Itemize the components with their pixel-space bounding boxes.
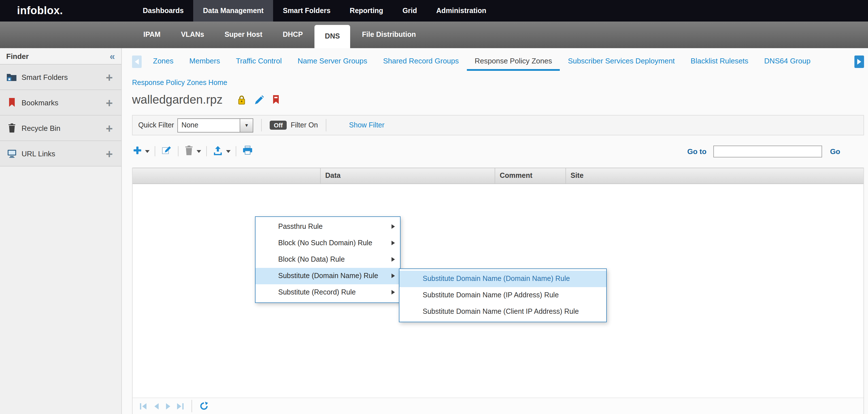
goto-input[interactable] <box>713 145 822 157</box>
separator <box>155 146 155 156</box>
submenu-item-ip-address[interactable]: Substitute Domain Name (IP Address) Rule <box>399 287 606 304</box>
sidebar-item-label: Recycle Bin <box>22 124 99 132</box>
menu-item-label: Block (No Such Domain) Rule <box>278 239 372 247</box>
tab-zones[interactable]: Zones <box>145 53 181 71</box>
triangle-right-icon <box>857 59 861 65</box>
upload-icon <box>213 145 223 157</box>
subnav-super-host[interactable]: Super Host <box>214 22 273 48</box>
print-button[interactable] <box>241 146 254 157</box>
pagination-bar <box>132 397 864 414</box>
app-window: infoblox. Dashboards Data Management Sma… <box>0 0 868 414</box>
column-header-comment[interactable]: Comment <box>495 168 566 184</box>
separator <box>236 146 236 156</box>
tab-members[interactable]: Members <box>181 53 228 71</box>
subnav-vlans[interactable]: VLANs <box>171 22 214 48</box>
collapse-sidebar-icon[interactable]: « <box>110 51 115 61</box>
filter-toggle[interactable]: Off <box>270 121 287 130</box>
tab-response-policy-zones[interactable]: Response Policy Zones <box>467 53 560 71</box>
separator <box>178 146 179 156</box>
infoblox-logo: infoblox. <box>0 0 113 22</box>
quick-filter-bar: Quick Filter None ▼ Off Filter On Show F… <box>132 115 864 135</box>
filter-on-label: Filter On <box>291 121 318 129</box>
url-links-icon <box>7 149 17 158</box>
submenu-item-client-ip-address[interactable]: Substitute Domain Name (Client IP Addres… <box>399 304 606 320</box>
last-page-button[interactable] <box>176 403 184 410</box>
nav-dashboards[interactable]: Dashboards <box>133 0 193 22</box>
nav-administration[interactable]: Administration <box>427 0 496 22</box>
next-page-button[interactable] <box>164 403 171 410</box>
add-button[interactable] <box>132 146 143 157</box>
menu-item-label: Passthru Rule <box>278 223 323 230</box>
menu-item-block-no-data[interactable]: Block (No Data) Rule <box>255 251 400 268</box>
add-url-link-button[interactable]: + <box>104 148 115 159</box>
add-recycle-bin-button[interactable]: + <box>104 122 115 134</box>
nav-reporting[interactable]: Reporting <box>340 0 393 22</box>
breadcrumb[interactable]: Response Policy Zones Home <box>132 79 227 87</box>
menu-item-substitute-domain-name[interactable]: Substitute (Domain Name) Rule <box>255 268 400 284</box>
goto-group: Go to Go <box>687 145 840 157</box>
finder-sidebar: Finder « Smart Folders + Bookmarks + <box>0 48 122 414</box>
bookmark-flag-icon[interactable] <box>273 95 279 104</box>
show-filter-link[interactable]: Show Filter <box>349 121 384 129</box>
column-header-data[interactable]: Data <box>321 168 495 184</box>
lock-icon[interactable] <box>238 95 246 104</box>
menu-item-label: Block (No Data) Rule <box>278 255 345 263</box>
add-dropdown-caret-icon[interactable] <box>145 150 150 153</box>
goto-label: Go to <box>687 147 707 156</box>
sidebar-item-recycle-bin[interactable]: Recycle Bin + <box>0 116 121 141</box>
nav-data-management[interactable]: Data Management <box>193 0 273 22</box>
nav-smart-folders[interactable]: Smart Folders <box>273 0 340 22</box>
tab-shared-record-groups[interactable]: Shared Record Groups <box>375 53 467 71</box>
column-header-name[interactable] <box>132 168 321 184</box>
subnav-dns[interactable]: DNS <box>315 25 350 48</box>
sidebar-item-url-links[interactable]: URL Links + <box>0 141 121 166</box>
submenu-item-domain-name[interactable]: Substitute Domain Name (Domain Name) Rul… <box>399 271 606 287</box>
tab-dns64-group[interactable]: DNS64 Group <box>756 53 818 71</box>
previous-page-button[interactable] <box>152 403 159 410</box>
submenu-arrow-icon <box>392 274 395 278</box>
quick-filter-select[interactable]: None ▼ <box>177 118 253 132</box>
sidebar-item-bookmarks[interactable]: Bookmarks + <box>0 90 121 116</box>
add-smart-folder-button[interactable]: + <box>104 71 115 83</box>
edit-pencil-icon[interactable] <box>254 95 264 104</box>
export-dropdown-caret-icon[interactable] <box>226 150 230 153</box>
subnav-ipam[interactable]: IPAM <box>133 22 171 48</box>
add-bookmark-button[interactable]: + <box>104 97 115 108</box>
submenu-arrow-icon <box>392 257 395 262</box>
scroll-tabs-right-button[interactable] <box>855 56 864 68</box>
scroll-tabs-left-button[interactable] <box>132 56 142 68</box>
menu-item-substitute-record[interactable]: Substitute (Record) Rule <box>255 284 400 301</box>
menu-item-block-no-such-domain[interactable]: Block (No Such Domain) Rule <box>255 235 400 251</box>
chevron-down-icon[interactable]: ▼ <box>240 119 253 132</box>
finder-title: Finder <box>6 52 110 60</box>
subnav-dhcp[interactable]: DHCP <box>273 22 313 48</box>
nav-grid[interactable]: Grid <box>393 0 427 22</box>
quick-filter-value: None <box>178 119 240 132</box>
column-header-site[interactable]: Site <box>566 168 864 184</box>
dns-tab-strip: Zones Members Traffic Control Name Serve… <box>132 53 864 71</box>
edit-button[interactable] <box>160 145 173 157</box>
go-button[interactable]: Go <box>830 147 840 156</box>
edit-icon <box>161 145 172 157</box>
first-page-button[interactable] <box>140 403 147 410</box>
delete-dropdown-caret-icon[interactable] <box>196 150 201 153</box>
sidebar-item-smart-folders[interactable]: Smart Folders + <box>0 65 121 90</box>
subnav-file-distribution[interactable]: File Distribution <box>352 22 426 48</box>
main-content: Zones Members Traffic Control Name Serve… <box>122 48 868 414</box>
title-row: walledgarden.rpz <box>132 91 864 109</box>
refresh-button[interactable] <box>199 402 209 411</box>
separator <box>326 119 327 131</box>
menu-item-passthru[interactable]: Passthru Rule <box>255 219 400 235</box>
delete-button[interactable] <box>184 145 194 157</box>
tab-blacklist-rulesets[interactable]: Blacklist Rulesets <box>683 53 756 71</box>
separator <box>261 119 262 131</box>
menu-item-label: Substitute (Record) Rule <box>278 288 356 296</box>
submenu-arrow-icon <box>392 224 395 229</box>
separator <box>206 146 207 156</box>
tab-subscriber-services-deployment[interactable]: Subscriber Services Deployment <box>560 53 683 71</box>
export-button[interactable] <box>212 145 224 157</box>
tab-traffic-control[interactable]: Traffic Control <box>228 53 290 71</box>
tab-name-server-groups[interactable]: Name Server Groups <box>290 53 375 71</box>
tabs: Zones Members Traffic Control Name Serve… <box>145 53 849 71</box>
recycle-bin-icon <box>7 123 17 133</box>
